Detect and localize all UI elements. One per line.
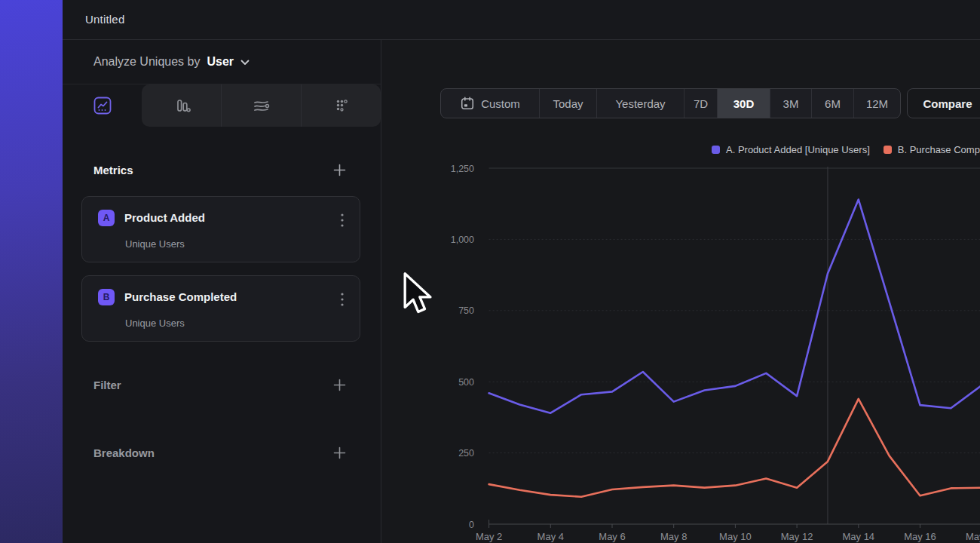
tab-line-chart[interactable] [63,84,142,127]
svg-text:May 4: May 4 [537,531,564,542]
metric-badge-a: A [98,210,115,226]
grid-dots-icon [331,95,352,116]
svg-text:0: 0 [469,520,474,530]
metric-badge-b: B [98,289,115,305]
line-chart-icon [92,95,113,116]
bar-chart-icon [171,95,192,116]
svg-text:May 2: May 2 [476,531,502,542]
analyze-entity-dropdown[interactable]: User [207,55,234,69]
metric-card-b[interactable]: B Purchase Completed Unique Users [81,275,360,342]
svg-text:May 12: May 12 [781,531,813,542]
tab-grid-dots[interactable] [301,84,381,127]
add-metric-button[interactable] [332,162,347,177]
chevron-down-icon[interactable] [240,60,250,66]
chart-type-tabs [63,84,381,127]
chart-panel: Custom Today Yesterday 7D 30D 3M 6M 12M … [381,40,980,543]
svg-text:May 16: May 16 [904,531,936,542]
svg-text:May 8: May 8 [660,531,687,542]
svg-text:750: 750 [458,305,474,316]
metric-title[interactable]: Purchase Completed [124,290,237,303]
add-filter-button[interactable] [332,377,347,392]
svg-text:May 18: May 18 [966,531,980,542]
top-bar: Untitled [63,0,980,40]
svg-text:500: 500 [458,377,474,388]
add-breakdown-button[interactable] [332,445,347,460]
metric-title[interactable]: Product Added [124,211,205,224]
chart-type-tab-group [142,84,381,127]
svg-text:250: 250 [458,448,474,459]
filter-section-label: Filter [93,379,121,391]
tab-flow[interactable] [221,84,301,127]
flow-icon [250,95,273,116]
analyze-row: Analyze Uniques by User [63,40,381,84]
svg-text:May 6: May 6 [599,531,625,542]
svg-text:1,250: 1,250 [451,164,474,174]
svg-text:May 14: May 14 [842,531,874,542]
svg-text:1,000: 1,000 [451,235,474,245]
metrics-section-label: Metrics [93,164,133,176]
breakdown-section-label: Breakdown [93,446,155,459]
app-window: Untitled Analyze Uniques by User [0,0,980,543]
metric-measure[interactable]: Unique Users [125,318,185,329]
svg-text:May 10: May 10 [719,531,752,542]
kebab-menu-icon[interactable] [335,291,349,308]
analyze-label: Analyze Uniques by [93,55,200,69]
query-sidebar: Analyze Uniques by User [63,40,381,543]
left-gradient-strip [0,0,63,543]
kebab-menu-icon[interactable] [335,212,349,229]
metric-measure[interactable]: Unique Users [125,238,185,250]
report-title[interactable]: Untitled [85,13,124,26]
tab-bar-chart[interactable] [142,84,221,127]
chart-svg[interactable]: 02505007501,0001,250May 2May 4May 6May 8… [381,40,980,543]
metric-card-a[interactable]: A Product Added Unique Users [81,196,360,262]
